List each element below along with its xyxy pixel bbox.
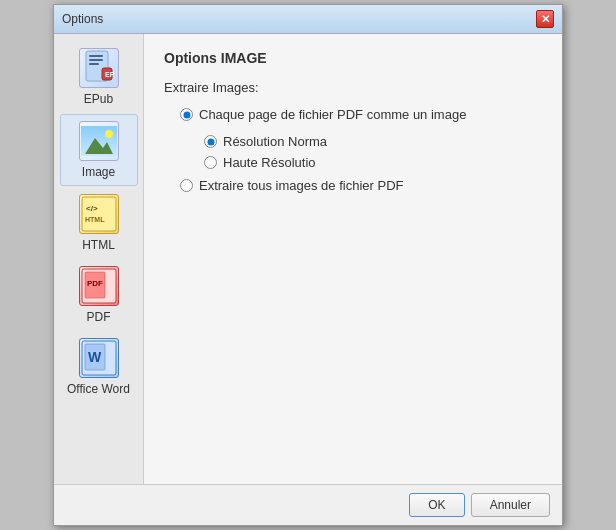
- svg-text:EP: EP: [105, 71, 114, 78]
- sidebar-epub-label: EPub: [84, 92, 113, 106]
- option-extract-all[interactable]: Extraire tous images de fichier PDF: [180, 178, 542, 193]
- svg-text:W: W: [88, 349, 102, 365]
- window-title: Options: [62, 12, 103, 26]
- sidebar-pdf-label: PDF: [87, 310, 111, 324]
- section-title: Options IMAGE: [164, 50, 542, 66]
- option-resolution-normal[interactable]: Résolution Norma: [204, 134, 542, 149]
- svg-rect-1: [89, 55, 103, 57]
- sidebar-item-html[interactable]: </> HTML HTML: [60, 188, 138, 258]
- radio-resolution-high[interactable]: [204, 156, 217, 169]
- extract-label: Extraire Images:: [164, 80, 542, 95]
- sidebar-item-image[interactable]: Image: [60, 114, 138, 186]
- html-icon: </> HTML: [79, 194, 119, 234]
- window-body: EP EPub: [54, 34, 562, 484]
- pdf-icon: PDF: [79, 266, 119, 306]
- cancel-button[interactable]: Annuler: [471, 493, 550, 517]
- option-resolution-high[interactable]: Haute Résolutio: [204, 155, 542, 170]
- sidebar-item-epub[interactable]: EP EPub: [60, 42, 138, 112]
- svg-rect-3: [89, 63, 99, 65]
- option-page-as-image[interactable]: Chaque page de fichier PDF comme un imag…: [180, 107, 542, 122]
- radio-resolution-normal[interactable]: [204, 135, 217, 148]
- label-page-as-image: Chaque page de fichier PDF comme un imag…: [199, 107, 466, 122]
- title-bar: Options ✕: [54, 5, 562, 34]
- label-resolution-normal: Résolution Norma: [223, 134, 327, 149]
- svg-rect-2: [89, 59, 103, 61]
- window-footer: OK Annuler: [54, 484, 562, 525]
- svg-rect-10: [82, 197, 116, 231]
- svg-point-9: [105, 130, 113, 138]
- svg-text:HTML: HTML: [85, 216, 105, 223]
- sidebar-item-pdf[interactable]: PDF PDF: [60, 260, 138, 330]
- options-window: Options ✕ EP EPub: [53, 4, 563, 526]
- sidebar-word-label: Office Word: [67, 382, 130, 396]
- ok-button[interactable]: OK: [409, 493, 464, 517]
- sidebar-item-word[interactable]: W Office Word: [60, 332, 138, 402]
- sidebar-image-label: Image: [82, 165, 115, 179]
- label-extract-all: Extraire tous images de fichier PDF: [199, 178, 403, 193]
- options-group: Chaque page de fichier PDF comme un imag…: [180, 107, 542, 193]
- label-resolution-high: Haute Résolutio: [223, 155, 316, 170]
- sidebar: EP EPub: [54, 34, 144, 484]
- sidebar-html-label: HTML: [82, 238, 115, 252]
- radio-extract-all[interactable]: [180, 179, 193, 192]
- svg-text:</>: </>: [86, 204, 98, 213]
- image-icon: [79, 121, 119, 161]
- close-button[interactable]: ✕: [536, 10, 554, 28]
- svg-text:PDF: PDF: [87, 279, 103, 288]
- sub-options-group: Résolution Norma Haute Résolutio: [204, 134, 542, 170]
- main-content: Options IMAGE Extraire Images: Chaque pa…: [144, 34, 562, 484]
- word-icon: W: [79, 338, 119, 378]
- radio-page-as-image[interactable]: [180, 108, 193, 121]
- epub-icon: EP: [79, 48, 119, 88]
